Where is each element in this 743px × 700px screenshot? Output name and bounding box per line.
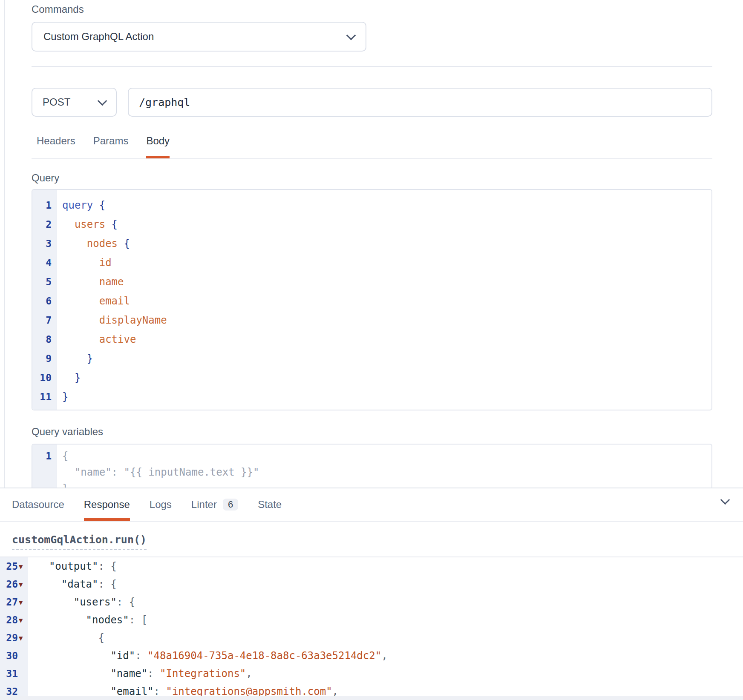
- fold-arrow-icon[interactable]: ▾: [19, 597, 26, 607]
- query-editor-code[interactable]: query { users { nodes { id name email di…: [57, 190, 167, 410]
- fold-arrow-icon[interactable]: ▾: [19, 615, 26, 625]
- linter-count-badge: 6: [223, 499, 238, 511]
- panel-tab-logs[interactable]: Logs: [150, 488, 172, 521]
- query-code-editor[interactable]: 1234567891011 query { users { nodes { id…: [32, 189, 712, 410]
- code-token: {: [98, 632, 104, 644]
- code-token: :: [135, 650, 147, 662]
- panel-tab-linter[interactable]: Linter6: [191, 488, 238, 521]
- horizontal-scrollbar-track[interactable]: [0, 696, 743, 700]
- code-token: }: [75, 372, 81, 384]
- chevron-down-icon: [346, 30, 356, 40]
- tab-headers[interactable]: Headers: [37, 105, 75, 158]
- code-token: [37, 650, 110, 662]
- response-line-number: 29: [6, 632, 18, 643]
- variables-editor-placeholder[interactable]: { "name": "{{ inputName.text }}"}: [57, 445, 259, 488]
- line-number: 6: [32, 292, 57, 311]
- variables-line-number: 1: [32, 448, 57, 464]
- code-token: [37, 668, 110, 680]
- response-panel: DatasourceResponseLogsLinter6State custo…: [0, 488, 743, 700]
- response-line-number: 32: [6, 686, 18, 697]
- code-token: [62, 314, 99, 326]
- response-line-number: 26: [6, 579, 18, 590]
- code-token: {: [112, 218, 118, 230]
- code-token: [62, 257, 99, 269]
- variables-editor-gutter: 1: [32, 445, 57, 488]
- code-token: id: [99, 257, 112, 269]
- code-token: "data": [61, 578, 98, 590]
- query-variables-label: Query variables: [32, 426, 743, 438]
- commands-selected-value: Custom GraphQL Action: [43, 31, 154, 43]
- tab-params[interactable]: Params: [93, 105, 129, 158]
- panel-tab-datasource[interactable]: Datasource: [12, 488, 64, 521]
- code-token: [62, 238, 87, 250]
- response-gutter: 25▾26▾27▾28▾29▾303132: [0, 557, 28, 698]
- request-row: POST /graphql: [32, 88, 712, 117]
- code-token: [62, 295, 99, 307]
- code-token: "integrations@appsmith.com": [166, 686, 332, 697]
- code-token: email: [99, 295, 130, 307]
- code-token: "email": [110, 686, 153, 697]
- query-label: Query: [32, 172, 743, 184]
- api-editor-form: Commands Custom GraphQL Action POST /gra…: [0, 0, 743, 488]
- code-token: : [: [129, 614, 147, 626]
- code-token: displayName: [99, 314, 167, 326]
- code-token: {: [124, 238, 130, 250]
- code-token: }: [62, 391, 68, 403]
- code-token: ,: [381, 650, 387, 662]
- response-line-number: 30: [6, 650, 18, 661]
- line-number: 10: [32, 368, 57, 387]
- code-token: [37, 686, 110, 697]
- line-number: 1: [32, 196, 57, 215]
- response-code: "output": { "data": { "users": { "nodes"…: [28, 557, 388, 698]
- query-editor-gutter: 1234567891011: [32, 190, 57, 410]
- response-line-number: 28: [6, 614, 18, 625]
- code-token: name: [99, 276, 124, 288]
- code-token: [62, 372, 75, 384]
- code-token: [37, 578, 61, 590]
- commands-select[interactable]: Custom GraphQL Action: [32, 22, 366, 52]
- section-divider: [32, 66, 712, 67]
- code-token: :: [147, 668, 160, 680]
- line-number: 11: [32, 387, 57, 407]
- code-token: [37, 614, 86, 626]
- response-line-number: 31: [6, 668, 18, 679]
- response-line-number: 27: [6, 597, 18, 608]
- panel-tab-response[interactable]: Response: [84, 488, 130, 521]
- fold-arrow-icon[interactable]: ▾: [19, 562, 26, 571]
- code-token: "nodes": [86, 614, 129, 626]
- tab-body[interactable]: Body: [146, 105, 170, 158]
- code-token: nodes: [87, 238, 124, 250]
- code-token: "users": [74, 596, 117, 608]
- line-number: 4: [32, 253, 57, 273]
- code-token: :: [154, 686, 166, 697]
- panel-tab-state[interactable]: State: [258, 488, 282, 521]
- code-token: [62, 333, 99, 345]
- code-token: [62, 276, 99, 288]
- query-variables-editor[interactable]: 1 { "name": "{{ inputName.text }}"}: [32, 444, 712, 488]
- code-token: "id": [110, 650, 135, 662]
- code-token: ,: [332, 686, 338, 697]
- request-tabs: HeadersParamsBody: [32, 117, 712, 159]
- code-token: users: [75, 218, 112, 230]
- code-token: {: [99, 199, 105, 211]
- line-number: 3: [32, 234, 57, 253]
- fold-arrow-icon[interactable]: ▾: [19, 580, 26, 589]
- request-url-input[interactable]: /graphql: [128, 88, 712, 117]
- code-token: [37, 596, 74, 608]
- fold-arrow-icon[interactable]: ▾: [19, 633, 26, 643]
- run-call-link[interactable]: customGqlAction.run(): [12, 534, 147, 550]
- line-number: 5: [32, 273, 57, 292]
- collapse-panel-chevron-icon[interactable]: [720, 495, 730, 505]
- line-number: 7: [32, 311, 57, 330]
- placeholder-line: }: [62, 480, 259, 488]
- code-token: [37, 560, 49, 572]
- commands-label: Commands: [32, 3, 743, 15]
- code-token: [37, 632, 98, 644]
- run-call-row: customGqlAction.run(): [0, 522, 743, 550]
- code-token: : {: [98, 578, 117, 590]
- chevron-down-icon: [98, 96, 107, 106]
- response-line-number: 25: [6, 561, 18, 572]
- response-json-viewer: 25▾26▾27▾28▾29▾303132 "output": { "data"…: [0, 557, 743, 698]
- response-panel-tabs: DatasourceResponseLogsLinter6State: [0, 488, 743, 522]
- code-token: query: [62, 199, 99, 211]
